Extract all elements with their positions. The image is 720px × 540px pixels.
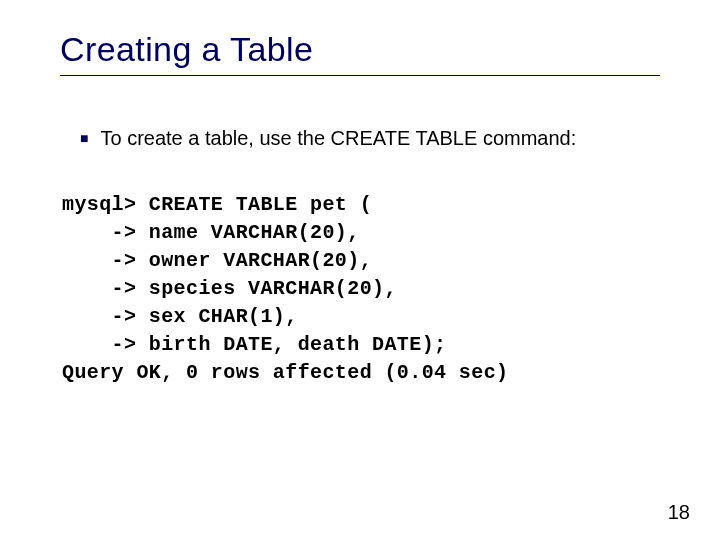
slide-title: Creating a Table	[60, 30, 660, 76]
bullet-text: To create a table, use the CREATE TABLE …	[100, 126, 576, 151]
bullet-item: ■ To create a table, use the CREATE TABL…	[80, 126, 660, 151]
slide-container: Creating a Table ■ To create a table, us…	[0, 0, 720, 540]
page-number: 18	[668, 501, 690, 524]
bullet-square-icon: ■	[80, 130, 88, 146]
code-block: mysql> CREATE TABLE pet ( -> name VARCHA…	[62, 191, 660, 387]
